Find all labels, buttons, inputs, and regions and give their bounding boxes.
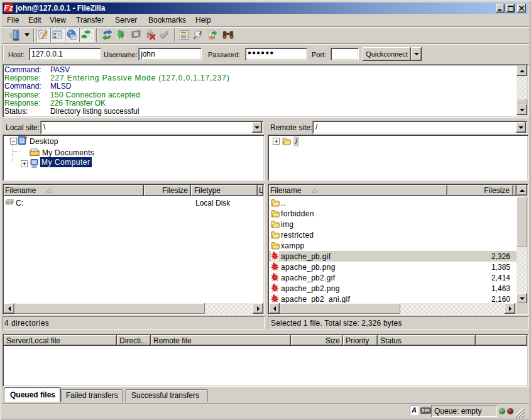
svg-text:Fz: Fz	[4, 3, 13, 13]
